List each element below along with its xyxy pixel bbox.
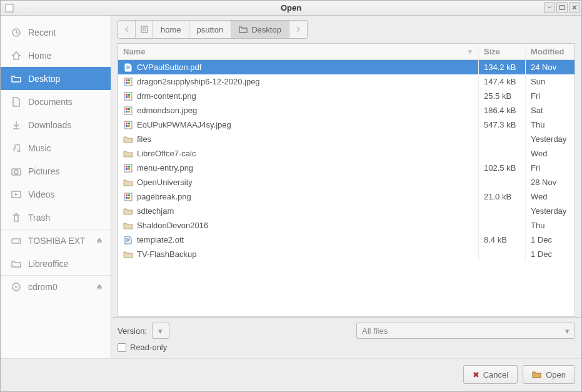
sidebar-item-label: cdrom0 xyxy=(28,282,96,292)
svg-rect-24 xyxy=(128,108,130,110)
path-segment-home[interactable]: home xyxy=(153,21,189,38)
file-row[interactable]: EoUPukPWMAAJ4sy.jpeg547.3 kBThu xyxy=(118,118,574,132)
close-button[interactable] xyxy=(569,2,580,13)
file-type-icon xyxy=(123,178,133,188)
readonly-checkbox[interactable]: Read-only xyxy=(118,343,167,352)
file-size-cell: 102.5 kB xyxy=(479,161,526,175)
file-modified-cell: Thu xyxy=(526,218,574,233)
svg-rect-26 xyxy=(128,111,130,113)
eject-icon[interactable] xyxy=(96,283,104,291)
sidebar-item-label: Pictures xyxy=(28,166,104,176)
sidebar-item-documents[interactable]: Documents xyxy=(1,90,111,113)
file-modified-label: Thu xyxy=(531,221,544,230)
file-size-label: 134.2 kB xyxy=(484,63,516,72)
music-icon xyxy=(11,143,22,153)
file-row[interactable]: drm-content.png25.5 kBFri xyxy=(118,89,574,103)
svg-rect-23 xyxy=(126,108,128,110)
file-row[interactable]: TV-FlashBackup1 Dec xyxy=(118,247,574,261)
sort-indicator-icon: ▼ xyxy=(467,48,473,55)
sidebar-item-cdrom0[interactable]: cdrom0 xyxy=(1,275,111,298)
file-name-label: dragon2supplyship6-12-2020.jpeg xyxy=(137,77,260,86)
sidebar-item-pictures[interactable]: Pictures xyxy=(1,159,111,183)
minimize-button[interactable] xyxy=(544,2,555,13)
file-row[interactable]: template2.ott8.4 kB1 Dec xyxy=(118,233,574,247)
cancel-button[interactable]: ✖ Cancel xyxy=(463,365,518,384)
file-modified-label: 28 Nov xyxy=(531,178,556,187)
file-row[interactable]: dragon2supplyship6-12-2020.jpeg147.4 kBS… xyxy=(118,74,574,89)
file-name-label: OpenUniversity xyxy=(137,178,193,187)
file-type-icon xyxy=(123,63,133,73)
open-button[interactable]: Open xyxy=(523,365,575,384)
column-header-size[interactable]: Size xyxy=(479,44,526,59)
file-name-label: template2.ott xyxy=(137,235,184,244)
file-row[interactable]: menu-entry.png102.5 kBFri xyxy=(118,161,574,175)
file-name-label: drm-content.png xyxy=(137,91,196,101)
sidebar-item-desktop[interactable]: Desktop xyxy=(1,67,111,90)
file-type-icon xyxy=(123,149,133,159)
column-header-name[interactable]: Name ▼ xyxy=(118,44,479,59)
path-segment-psutton[interactable]: psutton xyxy=(189,21,232,38)
path-forward-button[interactable] xyxy=(289,21,307,38)
sidebar-item-trash[interactable]: Trash xyxy=(1,206,111,229)
sidebar-item-videos[interactable]: Videos xyxy=(1,183,111,206)
file-size-label: 25.5 kB xyxy=(484,91,511,101)
svg-rect-29 xyxy=(128,123,130,124)
file-row[interactable]: filesYesterday xyxy=(118,132,574,146)
file-row[interactable]: pagebreak.png21.0 kBWed xyxy=(118,189,574,204)
trash-icon xyxy=(11,213,22,223)
filetype-filter-label: All files xyxy=(362,326,388,336)
file-name-cell: CVPaulSutton.pdf xyxy=(118,60,479,74)
file-size-cell: 186.4 kB xyxy=(479,103,526,118)
path-segment-desktop[interactable]: Desktop xyxy=(231,21,289,38)
filetype-filter-dropdown[interactable]: All files ▾ xyxy=(356,323,575,339)
sidebar-item-downloads[interactable]: Downloads xyxy=(1,113,111,136)
svg-rect-0 xyxy=(6,4,13,12)
eject-icon[interactable] xyxy=(96,237,104,244)
sidebar-item-home[interactable]: Home xyxy=(1,44,111,67)
file-modified-cell: 28 Nov xyxy=(526,175,574,189)
file-size-cell xyxy=(479,247,526,261)
file-size-cell: 547.3 kB xyxy=(479,118,526,132)
file-size-cell xyxy=(479,175,526,189)
file-type-icon xyxy=(123,91,133,101)
path-back-button[interactable] xyxy=(118,21,136,38)
file-row[interactable]: OpenUniversity28 Nov xyxy=(118,175,574,189)
sidebar-item-libreoffice[interactable]: Libreoffice xyxy=(1,252,111,275)
file-name-cell: files xyxy=(118,132,479,146)
file-row[interactable]: LibreOffce7-calcWed xyxy=(118,146,574,161)
readonly-label: Read-only xyxy=(130,343,167,352)
column-header-modified[interactable]: Modified xyxy=(526,44,574,59)
file-name-cell: dragon2supplyship6-12-2020.jpeg xyxy=(118,74,479,89)
file-name-cell: ShaldonDevon2016 xyxy=(118,218,479,233)
file-name-label: files xyxy=(137,134,151,144)
file-row[interactable]: ShaldonDevon2016Thu xyxy=(118,218,574,233)
file-size-cell xyxy=(479,204,526,218)
svg-rect-1 xyxy=(560,6,564,10)
file-size-cell xyxy=(479,132,526,146)
sidebar-item-music[interactable]: Music xyxy=(1,136,111,159)
sidebar-item-label: Recent xyxy=(28,28,104,38)
file-modified-cell: Wed xyxy=(526,189,574,204)
path-root-button[interactable] xyxy=(136,21,153,38)
maximize-button[interactable] xyxy=(556,2,568,13)
column-size-label: Size xyxy=(484,47,500,56)
file-size-label: 186.4 kB xyxy=(484,106,516,115)
file-modified-cell: Sat xyxy=(526,103,574,118)
sidebar-item-recent[interactable]: Recent xyxy=(1,21,111,44)
svg-point-7 xyxy=(18,240,19,241)
file-size-label: 547.3 kB xyxy=(484,120,516,129)
file-name-label: TV-FlashBackup xyxy=(137,249,196,259)
file-type-icon xyxy=(123,192,133,202)
file-modified-label: Wed xyxy=(531,192,548,201)
svg-rect-38 xyxy=(126,194,128,196)
sidebar-item-toshiba-ext[interactable]: TOSHIBA EXT xyxy=(1,229,111,252)
footer-row-readonly: Read-only xyxy=(118,343,575,352)
file-row[interactable]: sdtechjamYesterday xyxy=(118,204,574,218)
file-modified-cell: 1 Dec xyxy=(526,247,574,261)
main-pane: homepsuttonDesktop Name ▼ Size Modified … xyxy=(111,16,581,358)
file-row[interactable]: CVPaulSutton.pdf134.2 kB24 Nov xyxy=(118,60,574,74)
file-row[interactable]: edmondson.jpeg186.4 kBSat xyxy=(118,103,574,118)
version-dropdown[interactable]: ▾ xyxy=(152,323,169,339)
video-icon xyxy=(11,189,22,199)
window-controls xyxy=(544,2,580,13)
